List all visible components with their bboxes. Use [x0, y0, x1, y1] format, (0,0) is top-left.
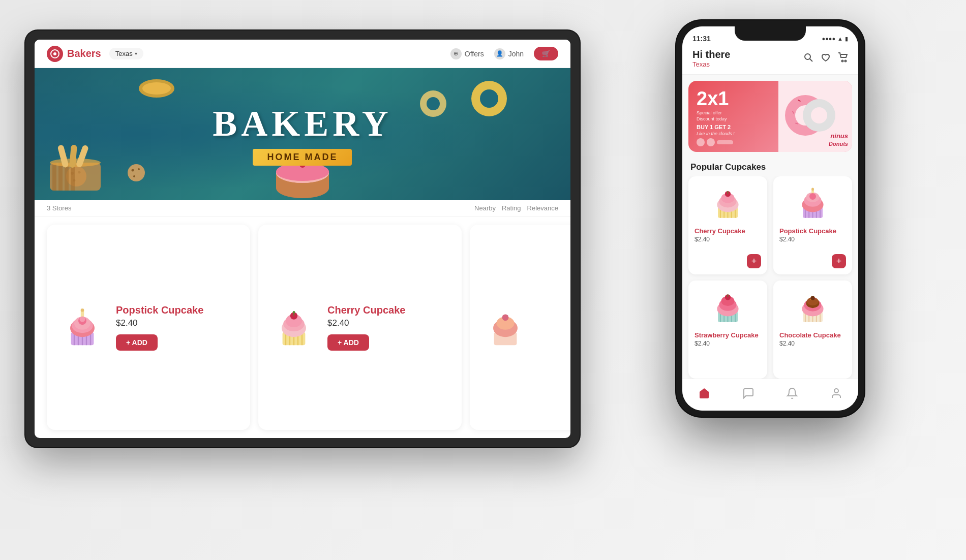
- phone-section-title: Popular Cupcakes: [682, 158, 858, 176]
- svg-point-124: [834, 389, 838, 393]
- phone-product-image-3: [779, 287, 846, 327]
- user-nav-item[interactable]: 👤 John: [494, 48, 524, 59]
- phone-product-price-2: $2.40: [695, 340, 710, 347]
- svg-point-5: [427, 97, 440, 110]
- filter-nearby[interactable]: Nearby: [474, 204, 496, 212]
- chevron-down-icon: ▾: [135, 51, 137, 56]
- phone-product-name-3: Chocolate Cupcake: [779, 331, 841, 339]
- svg-point-11: [132, 169, 134, 172]
- tablet-filter-bar: 3 Stores Nearby Rating Relevance: [35, 200, 570, 216]
- banner-title: BAKERY: [213, 103, 393, 145]
- product-name-1: Cherry Cupcake: [327, 304, 451, 316]
- phone-screen: 11:31 ●●●● ▲ ▮ Hi there Texas: [682, 26, 858, 411]
- product-name-0: Popstick Cupcake: [116, 304, 240, 316]
- phone-product-card-1: Popstick Cupcake $2.40 +: [773, 176, 852, 274]
- svg-point-63: [842, 60, 843, 61]
- phone-product-card-2: Strawberry Cupcake $2.40: [688, 281, 767, 379]
- banner-deco-basket: [45, 142, 106, 195]
- phone-greeting: Hi there Texas: [692, 49, 730, 68]
- promo-donut-gray: [801, 98, 837, 135]
- location-text: Texas: [115, 50, 133, 57]
- phone-product-name-2: Strawberry Cupcake: [695, 331, 759, 339]
- phone-nav-profile[interactable]: [826, 384, 847, 402]
- add-button-0[interactable]: + ADD: [116, 334, 158, 351]
- svg-rect-42: [81, 308, 84, 312]
- phone-heart-icon[interactable]: [821, 52, 831, 65]
- svg-point-12: [138, 168, 140, 170]
- svg-point-44: [79, 316, 85, 322]
- product-info-1: Cherry Cupcake $2.40 + ADD: [327, 304, 451, 351]
- svg-point-24: [142, 82, 171, 95]
- app-name: Bakers: [67, 48, 101, 59]
- signal-icon: ●●●●: [822, 36, 836, 42]
- phone-cart-icon[interactable]: [838, 52, 848, 65]
- phone-nav-notification[interactable]: [782, 384, 802, 402]
- offers-label: Offers: [465, 50, 484, 58]
- svg-point-56: [293, 311, 295, 314]
- phone-product-name-1: Popstick Cupcake: [779, 227, 836, 235]
- tablet-screen: Bakers Texas ▾ ⊕ Offers 👤 John 🛒: [35, 40, 570, 438]
- svg-rect-14: [50, 163, 101, 191]
- svg-point-60: [502, 314, 509, 321]
- product-image-2: [480, 304, 531, 350]
- svg-point-61: [805, 54, 810, 59]
- phone-product-card-3: Chocolate Cupcake $2.40: [773, 281, 852, 379]
- svg-point-75: [812, 108, 826, 122]
- phone-bottom-nav: [682, 379, 858, 411]
- location-selector[interactable]: Texas ▾: [109, 48, 143, 59]
- wifi-icon: ▲: [837, 36, 843, 42]
- user-label: John: [508, 50, 524, 58]
- banner-deco-donut-2: [418, 88, 448, 121]
- tablet-banner: BAKERY HOME MADE: [35, 68, 570, 200]
- phone-location: Texas: [692, 60, 730, 68]
- banner-deco-croissant: [136, 76, 177, 103]
- svg-point-1: [53, 52, 56, 55]
- svg-point-13: [133, 175, 135, 177]
- svg-point-3: [480, 89, 498, 108]
- phone-nav-home[interactable]: [694, 384, 714, 402]
- svg-rect-15: [52, 163, 56, 191]
- filter-rating[interactable]: Rating: [502, 204, 521, 212]
- banner-text: BAKERY HOME MADE: [213, 103, 393, 166]
- product-card-2: [470, 225, 570, 430]
- tablet-products: Popstick Cupcake $2.40 + ADD: [35, 216, 570, 438]
- svg-rect-16: [58, 163, 63, 191]
- filter-relevance[interactable]: Relevance: [527, 204, 558, 212]
- product-card-1: Cherry Cupcake $2.40 + ADD: [258, 225, 462, 430]
- product-price-1: $2.40: [327, 318, 451, 328]
- phone-product-image-1: [779, 182, 846, 223]
- svg-line-62: [810, 58, 813, 61]
- battery-icon: ▮: [845, 36, 848, 42]
- cart-button[interactable]: 🛒: [534, 47, 558, 60]
- phone-add-button-1[interactable]: +: [832, 254, 846, 268]
- banner-subtitle: HOME MADE: [253, 149, 352, 166]
- tablet-logo: Bakers: [47, 46, 101, 62]
- phone-product-price-3: $2.40: [779, 340, 795, 347]
- add-button-1[interactable]: + ADD: [327, 334, 369, 351]
- phone-greeting-title: Hi there: [692, 49, 730, 60]
- svg-point-64: [845, 60, 847, 61]
- phone-product-image-0: [695, 182, 761, 223]
- promo-right: ninusDonuts: [778, 81, 852, 152]
- phone-header: Hi there Texas: [682, 45, 858, 75]
- banner-deco-cookie-2: [126, 163, 146, 185]
- offers-nav-item[interactable]: ⊕ Offers: [450, 48, 484, 59]
- product-image-0: [57, 304, 108, 350]
- svg-rect-97: [811, 188, 814, 191]
- stores-count: 3 Stores: [47, 204, 71, 212]
- svg-point-10: [128, 164, 145, 181]
- offers-icon: ⊕: [450, 48, 462, 59]
- phone-nav-chat[interactable]: [738, 384, 759, 402]
- promo-buy-label: BUY 1 GET 2: [697, 124, 770, 130]
- product-image-1: [268, 304, 319, 350]
- promo-left: 2x1 Special offerDiscount today BUY 1 GE…: [688, 81, 778, 152]
- phone-product-name-0: Cherry Cupcake: [695, 227, 745, 235]
- phone-search-icon[interactable]: [803, 52, 813, 65]
- phone-add-button-0[interactable]: +: [747, 254, 761, 268]
- phone-product-price-1: $2.40: [779, 236, 795, 243]
- promo-social-icons: [697, 138, 770, 146]
- phone-product-card-0: Cherry Cupcake $2.40 +: [688, 176, 767, 274]
- phone-notch: [735, 26, 806, 41]
- promo-big-text: 2x1: [697, 89, 770, 108]
- promo-tagline: Like in the clouds !: [697, 131, 770, 136]
